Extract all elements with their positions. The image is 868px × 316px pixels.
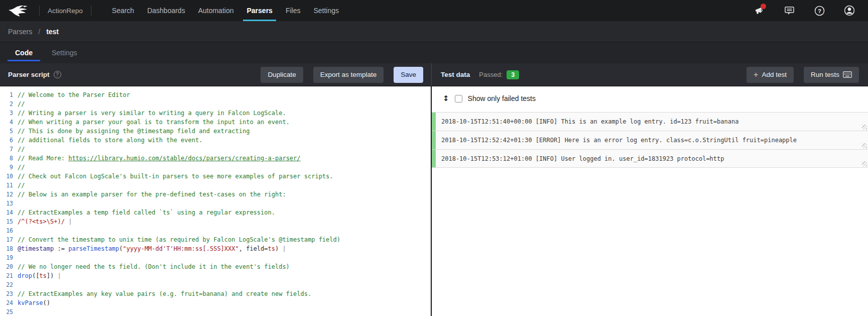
- test-data-title: Test data: [441, 71, 470, 78]
- run-tests-button[interactable]: Run tests: [804, 67, 859, 83]
- code-segment-comment: //: [18, 100, 25, 108]
- code-segment-comment: // When writing a parser your goal is to…: [18, 119, 290, 126]
- test-case-row[interactable]: 2018-10-15T12:51:40+00:00 [INFO] This is…: [432, 112, 868, 131]
- line-number: 5: [0, 127, 13, 136]
- svg-text:?: ?: [817, 8, 821, 14]
- code-line[interactable]: 7//: [0, 145, 431, 154]
- parser-script-help-icon[interactable]: ?: [54, 71, 61, 78]
- code-line[interactable]: 12// Below is an example parser for the …: [0, 190, 431, 199]
- nav-item-dashboards[interactable]: Dashboards: [141, 0, 192, 21]
- resize-grip[interactable]: [862, 161, 867, 166]
- code-line[interactable]: 10// Check out Falcon LogScale's built-i…: [0, 172, 431, 181]
- test-status-passed-indicator: [432, 113, 436, 131]
- line-number: 21: [0, 271, 13, 280]
- top-navigation-bar: ActionRepo SearchDashboardsAutomationPar…: [0, 0, 868, 21]
- test-case-row[interactable]: 2018-10-15T12:53:12+01:00 [INFO] User lo…: [432, 149, 868, 168]
- code-line[interactable]: 20// We no longer need the ts field. (Do…: [0, 262, 431, 271]
- show-failed-tests-checkbox[interactable]: [455, 95, 462, 102]
- test-status-passed-indicator: [432, 131, 436, 149]
- code-line[interactable]: 8// Read More: https://library.humio.com…: [0, 154, 431, 163]
- line-number: 18: [0, 244, 13, 253]
- user-avatar-icon: [844, 5, 855, 16]
- add-test-button[interactable]: + Add test: [747, 67, 794, 83]
- export-as-template-button[interactable]: Export as template: [313, 67, 384, 83]
- avatar-icon[interactable]: [844, 5, 855, 16]
- code-segment-pipe: |: [58, 272, 61, 279]
- nav-item-files[interactable]: Files: [279, 0, 307, 21]
- show-failed-tests-label[interactable]: Show only failed tests: [468, 94, 536, 102]
- line-number: 4: [0, 118, 13, 127]
- nav-item-automation[interactable]: Automation: [192, 0, 240, 21]
- nav-item-search[interactable]: Search: [105, 0, 141, 21]
- code-line[interactable]: 18@timestamp := parseTimestamp("yyyy-MM-…: [0, 244, 431, 253]
- code-segment-plain: ): [275, 245, 282, 252]
- line-number: 8: [0, 154, 13, 163]
- chat-icon[interactable]: [784, 5, 795, 16]
- keyboard-icon: [843, 71, 852, 78]
- code-segment-link[interactable]: https://library.humio.com/stable/docs/pa…: [68, 155, 300, 162]
- tab-settings[interactable]: Settings: [52, 42, 77, 63]
- resize-grip[interactable]: [862, 143, 867, 148]
- code-line[interactable]: 4// When writing a parser your goal is t…: [0, 118, 431, 127]
- breadcrumb-parsers-link[interactable]: Parsers: [8, 28, 32, 36]
- code-line[interactable]: 5// This is done by assigning the @times…: [0, 127, 431, 136]
- editor-toolbar-buttons: DuplicateExport as templateSave: [261, 67, 423, 83]
- code-line[interactable]: 21drop([ts]) |: [0, 271, 431, 280]
- duplicate-button[interactable]: Duplicate: [261, 67, 303, 83]
- code-segment-comment: // Convert the timestamp to unix time (a…: [18, 236, 340, 243]
- code-text: /^(?<ts>\S+)/ |: [13, 217, 72, 226]
- add-test-label: Add test: [762, 71, 787, 78]
- save-button[interactable]: Save: [394, 67, 423, 83]
- resize-grip[interactable]: [862, 125, 867, 130]
- code-line[interactable]: 15/^(?<ts>\S+)/ |: [0, 217, 431, 226]
- line-number: 14: [0, 208, 13, 217]
- code-line[interactable]: 3// Writing a parser is very similar to …: [0, 109, 431, 118]
- line-number: 20: [0, 262, 13, 271]
- code-line[interactable]: 9//: [0, 163, 431, 172]
- code-line[interactable]: 14// ExtractExamples a temp field called…: [0, 208, 431, 217]
- line-number: 7: [0, 145, 13, 154]
- code-line[interactable]: 2//: [0, 99, 431, 109]
- test-rows: 2018-10-15T12:51:40+00:00 [INFO] This is…: [432, 112, 868, 168]
- code-line[interactable]: 24kvParse(): [0, 298, 431, 307]
- passed-label: Passed:: [479, 71, 503, 78]
- code-segment-comment: // ExtractExamples any key value pairs (…: [18, 290, 311, 297]
- code-editor[interactable]: 1// Welcome to the Parser Editor2//3// W…: [0, 86, 432, 316]
- line-number: 3: [0, 109, 13, 118]
- code-line[interactable]: 1// Welcome to the Parser Editor: [0, 90, 431, 99]
- code-line[interactable]: 11//: [0, 181, 431, 190]
- code-segment-comment: // Below is an example parser for the pr…: [18, 191, 286, 198]
- code-line[interactable]: 13: [0, 199, 431, 208]
- nav-item-parsers[interactable]: Parsers: [240, 0, 279, 21]
- code-line[interactable]: 17// Convert the timestamp to unix time …: [0, 235, 431, 244]
- tab-code[interactable]: Code: [15, 42, 33, 63]
- crowdstrike-falcon-logo[interactable]: [8, 4, 30, 18]
- code-text: //: [13, 145, 25, 154]
- code-text: //: [13, 181, 25, 190]
- code-segment-comment: // Read More:: [18, 155, 68, 162]
- repo-name[interactable]: ActionRepo: [47, 7, 84, 15]
- breadcrumb-current-parser-name: test: [46, 28, 59, 36]
- code-text: // Welcome to the Parser Editor: [13, 90, 130, 99]
- test-case-row[interactable]: 2018-10-15T12:52:42+01:30 [ERROR] Here i…: [432, 131, 868, 149]
- expand-tests-icon[interactable]: ↕: [443, 95, 449, 102]
- line-number: 22: [0, 280, 13, 289]
- test-input-text: 2018-10-15T12:52:42+01:30 [ERROR] Here i…: [441, 137, 797, 144]
- announcement-icon[interactable]: [754, 5, 765, 16]
- code-line[interactable]: 6// additional fields to store along wit…: [0, 136, 431, 145]
- code-line[interactable]: 23// ExtractExamples any key value pairs…: [0, 289, 431, 298]
- code-line[interactable]: 19: [0, 253, 431, 262]
- code-segment-pipe: |: [68, 218, 72, 225]
- line-number: 10: [0, 172, 13, 181]
- code-segment-comment: // This is done by assigning the @timest…: [18, 128, 250, 135]
- code-text: // Below is an example parser for the pr…: [13, 190, 286, 199]
- nav-item-settings[interactable]: Settings: [307, 0, 345, 21]
- code-segment-plain: (: [119, 245, 122, 252]
- code-line[interactable]: 25: [0, 307, 431, 316]
- help-icon[interactable]: ?: [814, 5, 825, 16]
- run-tests-label: Run tests: [811, 71, 839, 78]
- code-line[interactable]: 22: [0, 280, 431, 289]
- line-number: 12: [0, 190, 13, 199]
- code-line[interactable]: 16: [0, 226, 431, 235]
- code-text: kvParse(): [13, 298, 50, 307]
